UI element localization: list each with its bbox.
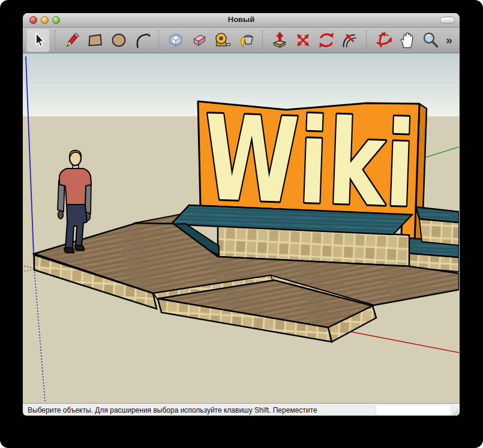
toolbar-separator — [154, 29, 164, 51]
toolbar-separator — [50, 29, 60, 51]
eraser-tool-button[interactable] — [187, 28, 211, 52]
make-component-button[interactable] — [164, 28, 187, 52]
line-tool-button[interactable] — [60, 28, 83, 52]
circle-icon — [110, 31, 128, 49]
status-bar: Выберите объекты. Для расширения выбора … — [23, 403, 460, 416]
window-title: Новый — [23, 15, 460, 24]
tape-measure-tool-button[interactable] — [211, 28, 234, 52]
status-message: Выберите объекты. Для расширения выбора … — [28, 406, 317, 414]
circle-tool-button[interactable] — [107, 28, 130, 52]
model-scene: Wiki — [23, 53, 459, 403]
resize-grip[interactable] — [451, 408, 459, 416]
window-titlebar[interactable]: Новый — [23, 13, 460, 28]
magnifier-icon — [421, 31, 439, 49]
toolbar-toggle-button[interactable] — [440, 17, 455, 23]
eraser-icon — [190, 31, 208, 49]
figure-left-shoe — [64, 248, 74, 253]
tape-measure-icon — [214, 31, 232, 49]
3d-viewport[interactable]: Wiki — [23, 53, 460, 403]
move-arrows-icon — [294, 31, 312, 49]
rectangle-tool-button[interactable] — [83, 28, 107, 52]
orbit-tool-button[interactable] — [371, 28, 395, 52]
arc-tool-button[interactable] — [130, 28, 154, 52]
paint-bucket-icon — [237, 31, 255, 49]
offset-tool-button[interactable] — [338, 28, 361, 52]
hand-icon — [398, 31, 416, 49]
orbit-icon — [374, 31, 392, 49]
offset-icon — [341, 31, 359, 49]
toolbar: » — [23, 28, 460, 53]
figure-left-hand — [58, 211, 64, 219]
pan-tool-button[interactable] — [395, 28, 418, 52]
cursor-arrow-icon — [29, 31, 47, 49]
arc-icon — [133, 31, 151, 49]
move-tool-button[interactable] — [291, 28, 314, 52]
right-step-upper-tile-face[interactable] — [419, 219, 459, 245]
component-box-icon — [167, 31, 185, 49]
rectangle-icon — [86, 31, 104, 49]
zoom-tool-button[interactable] — [418, 28, 442, 52]
pencil-icon — [63, 31, 81, 49]
toolbar-overflow-button[interactable]: » — [442, 28, 457, 52]
push-pull-tool-button[interactable] — [268, 28, 291, 52]
measurements-box[interactable] — [376, 405, 451, 416]
figure-right-shoe — [75, 245, 85, 251]
toolbar-separator — [361, 29, 371, 51]
push-pull-icon — [271, 31, 289, 49]
toolbar-separator — [257, 29, 268, 51]
rotate-arrows-icon — [317, 31, 335, 49]
sketchup-window: Новый — [23, 13, 460, 416]
paint-bucket-tool-button[interactable] — [234, 28, 257, 52]
rotate-tool-button[interactable] — [314, 28, 338, 52]
select-tool-button[interactable] — [26, 28, 50, 52]
